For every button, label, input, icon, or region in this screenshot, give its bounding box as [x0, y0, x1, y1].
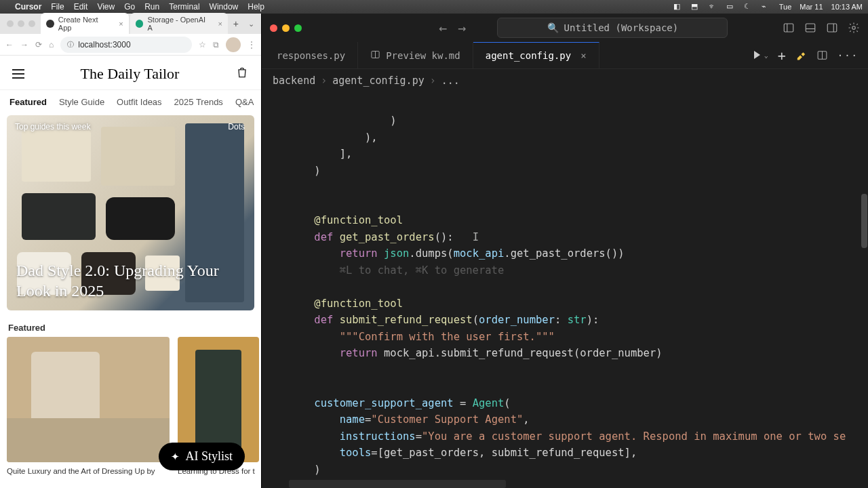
menu-window[interactable]: Window — [210, 2, 239, 12]
profile-avatar[interactable] — [226, 37, 241, 52]
page-content: The Daily Tailor Featured Style Guide Ou… — [0, 56, 261, 488]
crumb-folder[interactable]: backend — [273, 75, 315, 87]
card-image — [7, 337, 170, 462]
tab-close-icon[interactable]: × — [119, 20, 123, 28]
url-text: localhost:3000 — [78, 40, 130, 49]
editor-window: ← → 🔍 Untitled (Workspace) responses.py … — [262, 14, 868, 488]
menu-go[interactable]: Go — [124, 2, 135, 12]
browser-tab[interactable]: Storage - OpenAI A × — [130, 13, 228, 35]
overflow-menu-icon[interactable]: ⋮ — [248, 40, 256, 49]
new-tab-button[interactable]: + — [229, 18, 243, 29]
browser-window-controls[interactable] — [3, 20, 39, 27]
browser-toolbar: ← → ⟳ ⌂ ⓘ localhost:3000 ☆ ⧉ ⋮ — [0, 34, 261, 56]
hero-card[interactable]: Top guides this week Dots Dad Style 2.0:… — [7, 115, 254, 310]
favicon-icon — [46, 20, 54, 28]
nav-item-style-guide[interactable]: Style Guide — [59, 97, 104, 107]
nav-item-outfit-ideas[interactable]: Outfit Ideas — [117, 97, 161, 107]
svg-rect-4 — [827, 24, 837, 32]
tab-close-icon[interactable]: × — [218, 20, 222, 28]
svg-rect-0 — [784, 24, 793, 32]
bookmark-icon[interactable]: ☆ — [199, 40, 206, 49]
svg-point-6 — [852, 26, 856, 30]
crumb-file[interactable]: agent_config.py — [332, 75, 424, 87]
vertical-scrollbar[interactable] — [860, 92, 868, 488]
shopping-bag-icon[interactable] — [235, 66, 249, 82]
back-button[interactable]: ← — [5, 40, 14, 49]
site-info-icon[interactable]: ⓘ — [67, 40, 74, 49]
inline-hint: ⌘L to chat, ⌘K to generate — [340, 264, 505, 277]
preview-icon — [370, 49, 380, 62]
more-actions-icon[interactable]: ··· — [837, 50, 859, 61]
menu-help[interactable]: Help — [248, 2, 264, 12]
menubar-date[interactable]: Mar 11 — [800, 3, 823, 11]
browser-tab[interactable]: Create Next App × — [41, 13, 129, 35]
horizontal-scrollbar[interactable] — [289, 480, 506, 488]
moon-icon[interactable]: ☾ — [744, 2, 753, 12]
app-name[interactable]: Cursor — [15, 2, 41, 12]
svg-rect-2 — [806, 24, 815, 32]
nav-item-qa[interactable]: Q&A — [235, 97, 254, 107]
address-bar[interactable]: ⓘ localhost:3000 — [60, 37, 192, 53]
minimize-window-icon[interactable] — [282, 24, 290, 32]
nav-item-featured[interactable]: Featured — [9, 97, 47, 107]
editor-tab[interactable]: responses.py — [264, 42, 358, 68]
run-button[interactable] — [754, 50, 760, 61]
editor-tab-actions: ⌄ + ··· — [754, 42, 868, 68]
menu-view[interactable]: View — [97, 2, 115, 12]
favicon-icon — [136, 20, 144, 28]
menubar-day[interactable]: Tue — [779, 3, 792, 11]
split-editor-icon[interactable] — [816, 49, 828, 61]
editor-tab[interactable]: Preview kw.md — [358, 42, 473, 68]
ai-pill-label: AI Stylist — [185, 449, 233, 464]
tab-close-icon[interactable]: × — [580, 50, 586, 61]
crumb-symbol[interactable]: ... — [441, 75, 460, 87]
status-icon[interactable]: ⬒ — [691, 2, 701, 12]
nav-item-trends[interactable]: 2025 Trends — [174, 97, 223, 107]
reload-button[interactable]: ⟳ — [35, 40, 42, 49]
extensions-icon[interactable]: ⧉ — [213, 40, 219, 49]
battery-icon[interactable]: ▭ — [726, 2, 736, 12]
settings-gear-icon[interactable] — [848, 22, 860, 34]
highlighter-icon[interactable] — [795, 49, 807, 61]
menu-file[interactable]: File — [51, 2, 64, 12]
panel-right-icon[interactable] — [826, 22, 838, 34]
zoom-window-icon[interactable] — [294, 24, 302, 32]
forward-button[interactable]: → — [20, 40, 28, 49]
search-icon: 🔍 — [547, 22, 559, 33]
editor-tabs: responses.py Preview kw.md agent_config.… — [262, 42, 868, 69]
menu-edit[interactable]: Edit — [74, 2, 88, 12]
menu-terminal[interactable]: Terminal — [169, 2, 199, 12]
tabs-dropdown-icon[interactable]: ⌄ — [244, 20, 258, 28]
browser-window: Create Next App × Storage - OpenAI A × +… — [0, 14, 262, 488]
tab-label: Preview kw.md — [386, 50, 460, 61]
code-editor[interactable]: ) ), ], ) @function_tool def get_past_or… — [262, 92, 868, 488]
nav-forward-icon[interactable]: → — [458, 20, 466, 36]
breadcrumb[interactable]: backend › agent_config.py › ... — [262, 69, 868, 92]
command-center[interactable]: 🔍 Untitled (Workspace) — [497, 18, 728, 38]
nav-back-icon[interactable]: ← — [439, 20, 447, 36]
text-cursor-icon: I — [473, 231, 479, 243]
panel-left-icon[interactable] — [783, 22, 795, 34]
new-file-icon[interactable]: + — [778, 47, 786, 64]
close-window-icon[interactable] — [270, 24, 277, 32]
ai-stylist-button[interactable]: ✦ AI Stylist — [159, 443, 245, 470]
status-icon[interactable]: ◧ — [673, 2, 683, 12]
wifi-icon[interactable]: ᯤ — [709, 2, 718, 12]
workspace-title: Untitled (Workspace) — [564, 22, 679, 33]
tab-label: responses.py — [277, 50, 345, 61]
window-controls[interactable] — [270, 24, 302, 32]
hero-title: Dad Style 2.0: Upgrading Your Look in 20… — [16, 260, 245, 301]
panel-bottom-icon[interactable] — [804, 22, 816, 34]
control-center-icon[interactable]: ⌁ — [762, 2, 771, 12]
sparkle-icon: ✦ — [171, 451, 180, 463]
menu-run[interactable]: Run — [144, 2, 159, 12]
editor-tab[interactable]: agent_config.py × — [473, 42, 599, 68]
chevron-right-icon: › — [321, 75, 327, 87]
home-button[interactable]: ⌂ — [49, 40, 54, 49]
article-card[interactable]: Quite Luxury and the Art of Dressing Up … — [7, 337, 170, 476]
site-logo[interactable]: The Daily Tailor — [81, 65, 180, 83]
run-dropdown-icon[interactable]: ⌄ — [764, 52, 768, 59]
menubar-time[interactable]: 10:13 AM — [831, 3, 863, 11]
editor-titlebar: ← → 🔍 Untitled (Workspace) — [262, 14, 868, 42]
hamburger-menu-icon[interactable] — [12, 69, 24, 79]
